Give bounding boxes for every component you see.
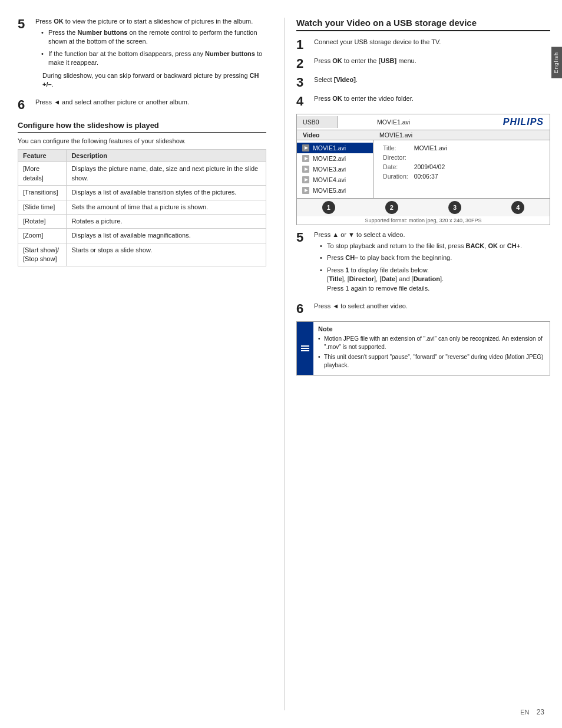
list-item[interactable]: MOVIE4.avi	[297, 174, 373, 185]
file-icon	[302, 144, 310, 152]
date-label: Date:	[381, 163, 411, 171]
right-step-6: 6 Press ◄ to select another video.	[296, 302, 550, 315]
table-row: [Rotate] Rotates a picture.	[18, 214, 266, 228]
step-3-text: Select [Video].	[314, 76, 358, 83]
video-sub-label: Video	[303, 131, 368, 139]
language-tab: English	[551, 47, 562, 78]
title-value: MOVIE1.avi	[412, 144, 449, 152]
step-1-content: Connect your USB storage device to the T…	[314, 38, 441, 45]
detail-row-director: Director:	[381, 153, 449, 162]
page: 5 Press OK to view the picture or to sta…	[0, 0, 562, 728]
feature-more-details: [More details]	[18, 162, 67, 186]
step-5-text: Press OK to view the picture or to start…	[35, 18, 253, 25]
step-5-indent: During slideshow, you can skip forward o…	[35, 71, 266, 90]
bullet-press-1: Press 1 to display file details below. […	[320, 266, 522, 293]
step-5-bullet-2: If the function bar at the bottom disapp…	[41, 50, 266, 68]
list-item[interactable]: MOVIE5.avi	[297, 185, 373, 196]
desc-more-details: Displays the picture name, date, size an…	[67, 162, 266, 186]
note-line	[301, 348, 309, 349]
file-icon	[302, 154, 310, 163]
right-column: Watch your Video on a USB storage device…	[284, 18, 550, 710]
table-row: [Start show]/[Stop show] Starts or stops…	[18, 243, 266, 266]
col-feature: Feature	[18, 150, 67, 162]
right-step-5-content: Press ▲ or ▼ to select a video. To stop …	[314, 231, 522, 297]
right-step-5: 5 Press ▲ or ▼ to select a video. To sto…	[296, 231, 550, 297]
bullet-ch-minus: Press CH– to play back from the beginnin…	[320, 253, 522, 262]
desc-zoom: Displays a list of available magnificati…	[67, 229, 266, 243]
step-4-content: Press OK to enter the video folder.	[314, 95, 414, 102]
file-icon	[302, 186, 310, 195]
director-label: Director:	[381, 153, 411, 162]
feature-rotate: [Rotate]	[18, 214, 67, 228]
usb-file-list: MOVIE1.avi MOVIE2.avi MOVIE3.avi	[297, 140, 373, 198]
list-item[interactable]: MOVIE3.avi	[297, 164, 373, 174]
nav-button-1[interactable]: 1	[322, 201, 335, 214]
right-step-5-text: Press ▲ or ▼ to select a video.	[314, 231, 405, 238]
detail-row-date: Date: 2009/04/02	[381, 163, 449, 171]
left-step-5: 5 Press OK to view the picture or to sta…	[18, 18, 266, 93]
desc-rotate: Rotates a picture.	[67, 214, 266, 228]
left-column: 5 Press OK to view the picture or to sta…	[18, 18, 284, 710]
usb-details-panel: Title: MOVIE1.avi Director: Date: 2009/0…	[373, 140, 550, 198]
table-header-row: Feature Description	[18, 150, 266, 162]
step-3-number: 3	[296, 76, 309, 89]
right-step-1: 1 Connect your USB storage device to the…	[296, 38, 550, 51]
feature-slide-time: [Slide time]	[18, 200, 67, 214]
right-step-6-text: Press ◄ to select another video.	[314, 302, 408, 309]
list-item[interactable]: MOVIE1.avi	[297, 143, 373, 153]
note-line	[301, 345, 309, 347]
desc-slide-time: Sets the amount of time that a picture i…	[67, 200, 266, 214]
nav-button-3[interactable]: 3	[448, 201, 461, 214]
note-content: Note Motion JPEG file with an extension …	[313, 322, 550, 375]
detail-row-title: Title: MOVIE1.avi	[381, 144, 449, 152]
movie-file-label: MOVIE1.avi	[368, 131, 412, 139]
configure-table: Feature Description [More details] Displ…	[18, 149, 266, 266]
step-2-text: Press OK to enter the [USB] menu.	[314, 57, 416, 64]
usb-device-box: USB0 MOVIE1.avi PHILIPS Video MOVIE1.avi…	[296, 114, 550, 225]
detail-row-duration: Duration: 00:06:37	[381, 172, 449, 180]
right-step-5-number: 5	[296, 231, 309, 244]
footer-lang: EN	[520, 709, 529, 716]
note-line	[301, 350, 309, 351]
step-6-content: Press ◄ and select another picture or an…	[35, 98, 189, 106]
usb-box-body: MOVIE1.avi MOVIE2.avi MOVIE3.avi	[297, 140, 550, 198]
configure-title: Configure how the slideshow is played	[18, 121, 266, 133]
note-bullet-2: This unit doesn't support "pause", "forw…	[318, 353, 545, 370]
feature-zoom: [Zoom]	[18, 229, 67, 243]
nav-button-4[interactable]: 4	[511, 201, 524, 214]
philips-logo: PHILIPS	[497, 114, 550, 130]
right-step-4: 4 Press OK to enter the video folder.	[296, 95, 550, 108]
note-title: Note	[318, 325, 545, 332]
note-icon-col	[297, 322, 313, 375]
step-1-text: Connect your USB storage device to the T…	[314, 38, 441, 45]
left-step-6: 6 Press ◄ and select another picture or …	[18, 98, 266, 111]
feature-start-stop-show: [Start show]/[Stop show]	[18, 243, 67, 266]
right-section-title: Watch your Video on a USB storage device	[296, 18, 550, 31]
bullet-stop-playback: To stop playback and return to the file …	[320, 242, 522, 251]
step-3-content: Select [Video].	[314, 76, 358, 83]
step-5-bullet-1: Press the Number buttons on the remote c…	[41, 28, 266, 47]
step-2-content: Press OK to enter the [USB] menu.	[314, 57, 416, 64]
title-label: Title:	[381, 144, 411, 152]
right-step-6-content: Press ◄ to select another video.	[314, 302, 408, 309]
footer: EN 23	[520, 708, 544, 716]
nav-button-2[interactable]: 2	[385, 201, 398, 214]
note-lines-icon	[300, 343, 310, 354]
table-row: [Zoom] Displays a list of available magn…	[18, 229, 266, 243]
table-row: [Slide time] Sets the amount of time tha…	[18, 200, 266, 214]
director-value	[412, 153, 449, 162]
usb-nav-bar: 1 2 3 4	[297, 198, 550, 216]
step-1-number: 1	[296, 38, 309, 51]
desc-transitions: Displays a list of available transition …	[67, 186, 266, 200]
configure-section: Configure how the slideshow is played Yo…	[18, 121, 266, 266]
step-6-number: 6	[18, 98, 31, 111]
list-item[interactable]: MOVIE2.avi	[297, 153, 373, 164]
file-icon	[302, 165, 310, 173]
video-label	[338, 120, 350, 124]
selected-file-header: MOVIE1.avi	[368, 116, 419, 128]
right-step-5-bullets: To stop playback and return to the file …	[314, 242, 522, 293]
step-4-number: 4	[296, 95, 309, 108]
table-row: [More details] Displays the picture name…	[18, 162, 266, 186]
duration-label: Duration:	[381, 172, 411, 180]
table-row: [Transitions] Displays a list of availab…	[18, 186, 266, 200]
